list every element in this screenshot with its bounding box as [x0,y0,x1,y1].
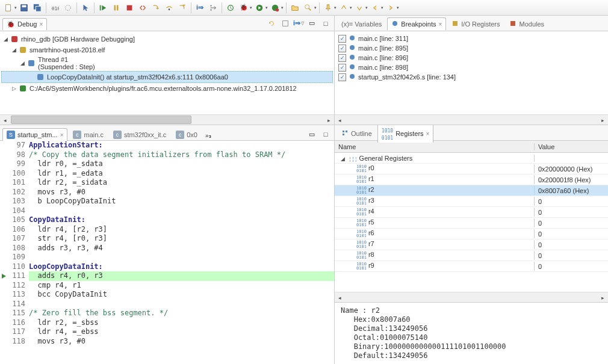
code-line[interactable]: 115/* Zero fill the bss segment. */ [0,309,334,318]
breakpoint-row[interactable]: ✓main.c [line: 895] [336,43,607,53]
editor-tab[interactable]: Sstartup_stm...× [2,128,67,141]
clear-icon[interactable] [279,17,291,29]
code-line[interactable]: 104 [0,206,334,216]
scroll-left-icon[interactable]: ◂ [0,115,10,125]
editor-tab[interactable]: cstm32f0xx_it.c [109,128,170,141]
minimize-icon[interactable]: ▭ [306,17,318,29]
dropdown-arrow-icon[interactable]: ▾ [250,5,252,10]
view-tab[interactable]: 10100101Registers× [377,125,434,143]
debug-tree[interactable]: ◢rhino_gdb [GDB Hardware Debugging]◢smar… [0,31,334,96]
scroll-right-icon[interactable]: ▸ [324,115,334,125]
code-line[interactable]: 102 movs r3, #0 [0,188,334,197]
twisty-icon[interactable] [27,73,36,81]
checkbox[interactable]: ✓ [338,73,346,81]
view-tab[interactable]: (x)= Variables [337,18,386,29]
pin-button[interactable] [322,2,334,14]
horizontal-scrollbar[interactable]: ◂ ▸ [335,292,608,302]
new-button[interactable] [2,2,14,14]
column-header-value[interactable]: Value [535,143,608,150]
close-icon[interactable]: × [438,21,442,28]
code-line[interactable]: 113 bcc CopyDataInit [0,290,334,300]
debug-tree-row[interactable]: ◢rhino_gdb [GDB Hardware Debugging] [1,34,333,45]
view-tab[interactable]: Modules [505,17,548,30]
scroll-left-icon[interactable]: ◂ [335,115,345,125]
code-line[interactable]: 114 [0,300,334,309]
forward-button[interactable] [385,2,397,14]
code-line[interactable]: 103 b LoopCopyDataInit [0,197,334,206]
debug-tab[interactable]: 🐞 Debug × [2,18,47,30]
disconnect-button[interactable] [137,2,149,14]
binary-button[interactable]: 010 [49,2,61,14]
horizontal-scrollbar[interactable]: ◂ ▸ [335,114,608,125]
dropdown-arrow-icon[interactable]: ▾ [334,5,337,10]
code-line[interactable]: 107 str r4, [r0, r3] [0,234,334,244]
instruction-step-icon[interactable]: i⇒ [293,19,300,27]
twisty-icon[interactable]: ◢ [1,35,10,43]
dropdown-arrow-icon[interactable]: ▾ [314,5,317,10]
twisty-icon[interactable]: ▷ [10,84,18,93]
code-line[interactable]: 117 ldr r4, =_ebss [0,327,334,337]
more-tabs-button[interactable]: »₃ [203,131,214,140]
scroll-right-icon[interactable]: ▸ [598,115,608,125]
run-button[interactable] [253,2,265,14]
view-tab[interactable]: I/O Registers [447,17,504,30]
minimize-icon[interactable]: ▭ [306,128,318,140]
debug-tree-row[interactable]: ◢smartrhino-quest-2018.elf [1,45,333,55]
checkbox[interactable]: ✓ [338,64,346,72]
close-icon[interactable]: × [39,21,43,28]
register-row[interactable]: 10100101 r00x20000000 (Hex) [335,164,608,174]
debug-button[interactable]: 🐞 [238,2,250,14]
editor-body[interactable]: 97ApplicationStart:98/* Copy the data se… [0,141,334,364]
nav-down-button[interactable] [353,2,365,14]
dropdown-arrow-icon[interactable]: ▾ [381,5,383,10]
dropdown-arrow-icon[interactable]: ▾ [350,5,352,10]
breakpoint-row[interactable]: ✓main.c [line: 896] [336,53,607,63]
checkbox[interactable]: ✓ [338,54,346,62]
maximize-icon[interactable]: □ [320,17,332,29]
nav-up-button[interactable] [338,2,350,14]
register-row[interactable]: 10100101 r40 [335,207,608,218]
twisty-icon[interactable]: ◢ [10,46,18,54]
debug-tree-row[interactable]: ▷C:/Ac6/SystemWorkbench/plugins/fr.ac6.m… [1,83,333,94]
register-row[interactable]: 10100101 r10x200001f8 (Hex) [335,174,608,185]
code-line[interactable]: 97ApplicationStart: [0,141,334,150]
twisty-icon[interactable]: ◢ [338,156,347,162]
register-row[interactable]: 10100101 r20x8007a60 (Hex) [335,185,608,196]
dropdown-arrow-icon[interactable]: ▾ [14,5,17,10]
debug-tree-row[interactable]: ◢Thread #1 (Suspended : Step) [1,55,333,71]
run-last-button[interactable] [269,2,281,14]
dropdown-arrow-icon[interactable]: ▾ [365,5,368,10]
code-line[interactable]: 101 ldr r2, =_sidata [0,178,334,188]
register-group-row[interactable]: ◢ ¦¦¦ General Registers [335,153,608,164]
register-row[interactable]: 10100101 r30 [335,196,608,207]
breakpoints-list[interactable]: ✓main.c [line: 311]✓main.c [line: 895]✓m… [335,31,608,84]
scroll-right-icon[interactable]: ▸ [598,292,608,303]
search-button[interactable] [302,2,314,14]
checkbox[interactable]: ✓ [338,35,346,43]
maximize-icon[interactable]: □ [320,128,332,140]
dropdown-arrow-icon[interactable]: ▾ [265,5,268,10]
code-line[interactable]: 100 ldr r1, =_edata [0,169,334,179]
code-line[interactable]: 116 ldr r2, =_sbss [0,318,334,328]
checkbox[interactable]: ✓ [338,45,346,52]
scroll-left-icon[interactable]: ◂ [335,292,345,303]
dropdown-arrow-icon[interactable]: ▾ [281,5,284,10]
step-return-button[interactable] [176,2,188,14]
register-row[interactable]: 10100101 r60 [335,229,608,239]
code-line[interactable]: 105CopyDataInit: [0,215,334,225]
instruction-step-button[interactable]: i⇒ [194,2,206,14]
debug-tree-row[interactable]: LoopCopyDataInit() at startup_stm32f042x… [1,71,333,83]
save-all-button[interactable] [31,2,43,14]
view-tab[interactable]: Outline [337,127,376,140]
breakpoint-row[interactable]: ✓startup_stm32f042x6.s [line: 134] [336,72,607,82]
skip-breakpoints-button[interactable] [62,2,74,14]
terminate-button[interactable] [123,2,135,14]
code-line[interactable]: 112 cmp r4, r1 [0,281,334,291]
code-line[interactable]: 99 ldr r0, =_sdata [0,159,334,169]
register-row[interactable]: 10100101 r50 [335,218,608,229]
code-line[interactable]: 106 ldr r4, [r2, r3] [0,225,334,235]
code-line[interactable]: 108 adds r3, r3, #4 [0,244,334,253]
editor-tab[interactable]: c0x0 [172,128,202,141]
dropdown-arrow-icon[interactable]: ▾ [397,5,399,10]
resume-button[interactable] [97,2,109,14]
